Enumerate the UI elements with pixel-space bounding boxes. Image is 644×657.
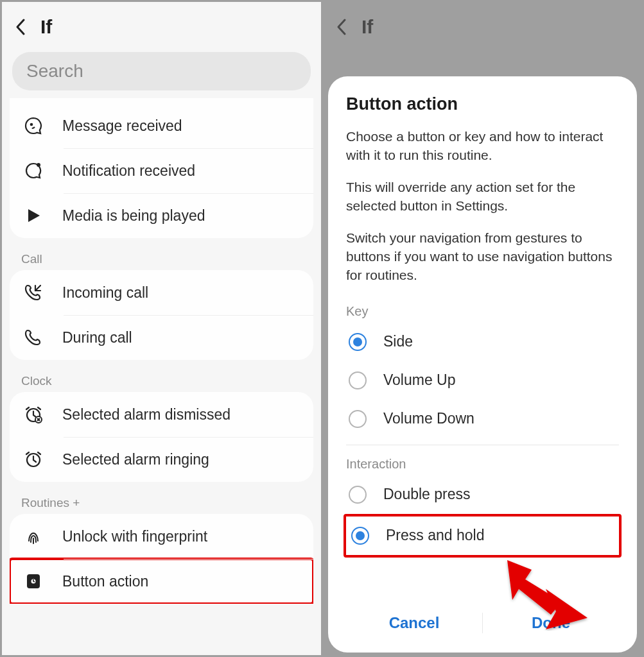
radio-icon [349,333,367,351]
section-label-call: Call [2,247,321,270]
item-label: Message received [62,117,182,135]
radio-key-volume-up[interactable]: Volume Up [346,361,619,400]
message-received-icon [22,115,44,137]
bottom-sheet: Button action Choose a button or key and… [328,76,637,653]
list-item-during-call[interactable]: During call [10,315,313,360]
radio-interaction-press-and-hold[interactable]: Press and hold [349,516,616,555]
item-label: Button action [62,573,148,590]
list-card-call: Incoming call During call [10,270,313,360]
chevron-left-icon [336,18,347,36]
radio-icon [349,371,367,389]
radio-label: Side [383,333,413,350]
list-item-button-action[interactable]: Button action [10,559,313,604]
highlighted-press-and-hold: Press and hold [344,514,622,558]
back-button[interactable] [13,20,28,34]
item-label: Notification received [62,162,195,180]
radio-icon [349,410,367,428]
alarm-ringing-icon [22,448,44,470]
section-label-routines: Routines + [2,491,321,514]
item-label: Unlock with fingerprint [62,528,207,545]
radio-label: Press and hold [386,527,484,544]
sheet-desc-3: Switch your navigation from gestures to … [346,228,619,285]
button-action-icon [22,570,44,592]
item-label: During call [62,329,132,346]
back-button[interactable] [335,20,349,34]
radio-icon [349,486,367,504]
item-label: Selected alarm dismissed [62,406,231,423]
svg-point-0 [30,123,33,126]
left-screen: If Search Message received Notification … [2,2,321,655]
right-header: If [323,2,642,49]
divider [346,445,619,445]
svg-point-1 [37,163,40,167]
notification-icon [22,160,44,182]
radio-label: Double press [383,486,471,503]
item-label: Incoming call [62,284,148,302]
list-item-media-playing[interactable]: Media is being played [10,193,313,238]
sheet-desc-1: Choose a button or key and how to intera… [346,127,619,165]
radio-label: Volume Up [383,371,456,389]
chevron-left-icon [15,18,26,36]
page-title: If [361,16,373,38]
search-placeholder: Search [26,61,83,81]
radio-label: Volume Down [383,410,474,427]
fingerprint-icon [22,525,44,547]
during-call-icon [22,327,44,348]
incoming-call-icon [22,282,44,303]
radio-key-volume-down[interactable]: Volume Down [346,400,619,438]
list-card-routines: Unlock with fingerprint Button action [10,514,313,604]
svg-marker-2 [28,209,40,222]
list-item-unlock-fingerprint[interactable]: Unlock with fingerprint [10,514,313,559]
radio-interaction-double-press[interactable]: Double press [346,475,619,514]
list-item-incoming-call[interactable]: Incoming call [10,270,313,315]
list-item-alarm-dismissed[interactable]: Selected alarm dismissed [10,392,313,437]
sheet-title: Button action [346,94,619,114]
sheet-desc-2: This will override any action set for th… [346,178,619,216]
list-item-message-received[interactable]: Message received [10,103,313,148]
list-item-notification-received[interactable]: Notification received [10,148,313,193]
left-header: If [2,2,321,49]
cancel-button[interactable]: Cancel [346,609,482,637]
radio-icon [351,527,369,545]
page-title: If [40,16,52,38]
alarm-dismissed-icon [22,404,44,425]
key-section-label: Key [346,304,619,319]
list-card-messages: Message received Notification received M… [10,98,313,238]
done-button[interactable]: Done [483,609,619,637]
radio-key-side[interactable]: Side [346,323,619,361]
section-label-clock: Clock [2,369,321,392]
interaction-section-label: Interaction [346,457,619,472]
sheet-footer: Cancel Done [346,597,619,646]
play-icon [22,205,44,226]
list-card-clock: Selected alarm dismissed Selected alarm … [10,392,313,482]
item-label: Selected alarm ringing [62,451,209,468]
item-label: Media is being played [62,207,205,225]
right-screen: If Button action Choose a button or key … [323,2,642,655]
list-item-alarm-ringing[interactable]: Selected alarm ringing [10,437,313,482]
search-input[interactable]: Search [12,52,311,90]
